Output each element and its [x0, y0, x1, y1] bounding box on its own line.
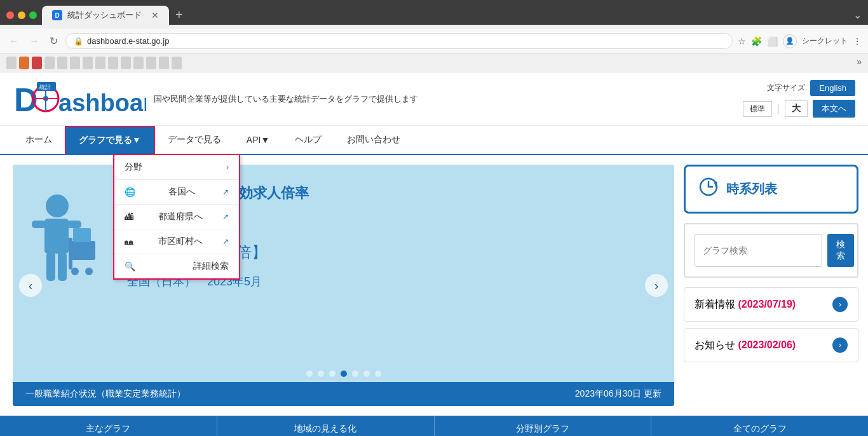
- bookmark-item[interactable]: [19, 57, 29, 69]
- bookmark-item[interactable]: [83, 57, 93, 69]
- category-label: 分野: [125, 161, 142, 173]
- svg-text:D: D: [14, 81, 38, 118]
- site-header: D 統計 ashboard 国や民間企業等が提供している主要な統計データをグラフ…: [0, 72, 868, 126]
- menu-btn[interactable]: ⋮: [853, 36, 862, 46]
- browser-chrome: D 統計ダッシュボード ✕ + ⌄: [0, 0, 868, 25]
- page: D 統計 ashboard 国や民間企業等が提供している主要な統計データをグラフ…: [0, 72, 868, 436]
- bookmark-item[interactable]: [44, 57, 55, 69]
- bookmark-item[interactable]: [159, 57, 169, 69]
- collapse-btn[interactable]: ⌄: [853, 9, 862, 21]
- bookmark-item[interactable]: [6, 57, 17, 69]
- bottom-nav-regional[interactable]: 地域の見える化: [217, 416, 435, 436]
- address-bar[interactable]: 🔒 dashboard.e-stat.go.jp: [65, 33, 733, 49]
- window-btn[interactable]: ⬜: [767, 36, 778, 46]
- profile-btn[interactable]: 👤: [783, 34, 797, 48]
- star-btn[interactable]: ☆: [738, 36, 746, 46]
- svg-rect-12: [46, 252, 55, 281]
- nav-home[interactable]: ホーム: [13, 126, 65, 153]
- font-size-label: 文字サイズ: [767, 83, 805, 93]
- nav-contact[interactable]: お問い合わせ: [334, 126, 413, 153]
- active-tab[interactable]: D 統計ダッシュボード ✕: [42, 6, 169, 25]
- new-tab-btn[interactable]: +: [170, 5, 188, 25]
- font-large-btn[interactable]: 大: [785, 100, 808, 117]
- nav-api[interactable]: API▼: [234, 127, 282, 153]
- carousel-dot-6[interactable]: [363, 371, 370, 377]
- svg-point-17: [85, 268, 93, 275]
- news-card[interactable]: 新着情報 (2023/07/19) ›: [684, 287, 858, 322]
- carousel: （季節調整値）有効求人倍率 1.31 【倍】 全国（日本） 2023年5月 ‹ …: [13, 165, 674, 406]
- svg-rect-11: [67, 221, 81, 228]
- font-standard-btn[interactable]: 標準: [743, 101, 772, 117]
- dropdown-item-municipality[interactable]: 🏘 市区町村へ ↗: [114, 229, 239, 254]
- bottom-nav-all-graphs[interactable]: 全てのグラフ: [651, 416, 868, 436]
- bookmark-item[interactable]: [32, 57, 42, 69]
- logo-area: D 統計 ashboard 国や民間企業等が提供している主要な統計データをグラフ…: [13, 81, 418, 118]
- svg-point-16: [71, 268, 79, 275]
- bookmark-item[interactable]: [121, 57, 131, 69]
- back-btn[interactable]: ←: [6, 33, 22, 50]
- carousel-dot-3[interactable]: [329, 371, 336, 377]
- search-input[interactable]: [695, 234, 822, 267]
- refresh-btn[interactable]: ↻: [47, 32, 60, 50]
- external-icon: ↗: [222, 187, 229, 196]
- dropdown-item-countries[interactable]: 🌐 各国へ ↗: [114, 180, 239, 205]
- bookmark-item[interactable]: [95, 57, 105, 69]
- notice-date: (2023/02/06): [738, 339, 796, 350]
- browser-toolbar: ← → ↻ 🔒 dashboard.e-stat.go.jp ☆ 🧩 ⬜ 👤 シ…: [0, 29, 868, 54]
- countries-label: 各国へ: [168, 186, 195, 198]
- carousel-next-btn[interactable]: ›: [645, 274, 668, 297]
- notice-label: お知らせ: [695, 339, 735, 350]
- city-icon: 🏙: [125, 212, 133, 222]
- carousel-footer-date: 2023年06月30日 更新: [575, 388, 661, 400]
- minimize-light[interactable]: [18, 11, 25, 19]
- carousel-dot-1[interactable]: [306, 371, 313, 377]
- svg-rect-14: [70, 241, 95, 260]
- bookmark-item[interactable]: [146, 57, 156, 69]
- search-btn[interactable]: 検索: [827, 234, 854, 267]
- time-series-btn[interactable]: 時系列表: [684, 165, 858, 214]
- separator: |: [777, 103, 780, 114]
- close-light[interactable]: [6, 11, 14, 19]
- search-icon: 🔍: [125, 261, 135, 271]
- nav-graph[interactable]: グラフで見る▼: [65, 126, 155, 154]
- dropdown-item-search[interactable]: 🔍 詳細検索: [114, 254, 239, 278]
- bottom-nav-main-graphs[interactable]: 主なグラフ: [0, 416, 217, 436]
- bookmark-item[interactable]: [108, 57, 118, 69]
- carousel-dot-2[interactable]: [318, 371, 324, 377]
- bookmarks-bar: »: [0, 54, 868, 72]
- bookmark-item[interactable]: [70, 57, 80, 69]
- traffic-lights: [6, 11, 37, 19]
- carousel-footer-label: 一般職業紹介状況（職業安定業務統計）: [25, 388, 186, 400]
- dropdown-menu: 分野 › 🌐 各国へ ↗ 🏙 都道府県へ ↗ 🏘 市区町村へ ↗ 🔍 詳細検索: [113, 154, 240, 280]
- nav-help[interactable]: ヘルプ: [282, 126, 334, 153]
- dropdown-item-category[interactable]: 分野 ›: [114, 155, 239, 180]
- logo-svg: D 統計 ashboard: [13, 81, 146, 118]
- notice-card[interactable]: お知らせ (2023/02/06) ›: [684, 328, 858, 362]
- carousel-dot-5[interactable]: [352, 371, 358, 377]
- svg-rect-18: [73, 228, 91, 242]
- bottom-nav-category-graphs[interactable]: 分野別グラフ: [435, 416, 652, 436]
- carousel-dot-7[interactable]: [375, 371, 381, 377]
- extensions-btn[interactable]: 🧩: [751, 36, 762, 46]
- english-btn[interactable]: English: [810, 80, 855, 96]
- tab-favicon: D: [52, 10, 62, 20]
- news-arrow-icon: ›: [832, 297, 848, 312]
- notice-card-content: お知らせ (2023/02/06): [695, 339, 796, 352]
- carousel-dot-4[interactable]: [341, 371, 347, 377]
- svg-rect-10: [32, 221, 46, 228]
- dropdown-item-prefecture[interactable]: 🏙 都道府県へ ↗: [114, 205, 239, 229]
- carousel-prev-btn[interactable]: ‹: [19, 274, 42, 297]
- bookmark-item[interactable]: [133, 57, 144, 69]
- incognito-label: シークレット: [802, 36, 848, 46]
- honbun-btn[interactable]: 本文へ: [813, 100, 855, 118]
- maximize-light[interactable]: [29, 11, 37, 19]
- bookmark-item[interactable]: [172, 57, 182, 69]
- header-right: 文字サイズ English 標準 | 大 本文へ: [743, 80, 855, 118]
- tab-close-btn[interactable]: ✕: [151, 10, 159, 20]
- bookmarks-more-btn[interactable]: »: [857, 57, 862, 69]
- svg-rect-9: [44, 219, 69, 254]
- forward-btn[interactable]: →: [27, 33, 42, 50]
- nav-data[interactable]: データで見る: [155, 126, 234, 153]
- news-date: (2023/07/19): [738, 299, 796, 310]
- bookmark-item[interactable]: [57, 57, 67, 69]
